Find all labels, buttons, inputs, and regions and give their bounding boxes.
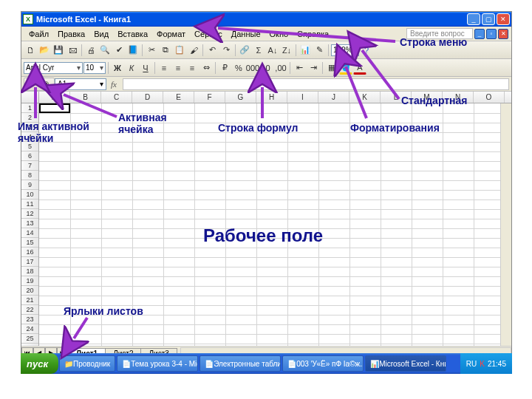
- taskbar-item[interactable]: 📁 Проводник: [59, 355, 115, 372]
- menu-data[interactable]: Данные: [227, 28, 265, 40]
- row-header[interactable]: 12: [21, 209, 38, 219]
- fx-icon[interactable]: fx: [108, 80, 121, 89]
- workbook-restore[interactable]: ▫: [486, 29, 497, 39]
- security-icon[interactable]: ◉: [39, 78, 52, 91]
- percent-icon[interactable]: %: [232, 61, 245, 75]
- help-icon[interactable]: ?: [360, 44, 373, 57]
- col-header[interactable]: O: [474, 92, 505, 103]
- row-header[interactable]: 20: [21, 286, 38, 296]
- col-header[interactable]: H: [256, 92, 287, 103]
- spelling-icon[interactable]: ✔: [112, 44, 126, 57]
- zoom-combo[interactable]: 100%▾: [331, 44, 359, 56]
- workbook-minimize[interactable]: _: [474, 29, 485, 39]
- row-header[interactable]: 17: [21, 257, 38, 267]
- undo-icon[interactable]: ↶: [205, 44, 219, 57]
- taskbar-item[interactable]: 📄 Электронные таблицы: [200, 355, 281, 372]
- col-header[interactable]: K: [349, 92, 381, 103]
- active-cell[interactable]: [39, 103, 70, 113]
- save-icon[interactable]: 💾: [52, 44, 65, 57]
- col-header[interactable]: J: [318, 92, 349, 103]
- autosum-icon[interactable]: Σ: [252, 44, 265, 57]
- menu-edit[interactable]: Правка: [53, 28, 89, 40]
- align-center-icon[interactable]: ≡: [171, 61, 185, 75]
- currency-icon[interactable]: ₽: [218, 61, 231, 75]
- col-header[interactable]: I: [287, 92, 318, 103]
- print-icon[interactable]: 🖨: [84, 44, 98, 57]
- copy-icon[interactable]: ⧉: [159, 44, 172, 57]
- redo-icon[interactable]: ↷: [219, 44, 233, 57]
- sort-desc-icon[interactable]: Z↓: [280, 44, 293, 57]
- permission-icon[interactable]: 🖂: [66, 44, 79, 57]
- row-header[interactable]: 10: [21, 190, 38, 200]
- row-header[interactable]: 15: [21, 238, 38, 248]
- row-header[interactable]: 6: [21, 151, 38, 161]
- row-header[interactable]: 9: [21, 180, 38, 190]
- system-tray[interactable]: RU K 21:45: [460, 353, 512, 374]
- col-header[interactable]: B: [70, 92, 101, 103]
- decrease-indent-icon[interactable]: ⇤: [293, 61, 306, 75]
- preview-icon[interactable]: 🔍: [98, 44, 112, 57]
- menu-tools[interactable]: Сервис: [190, 28, 227, 40]
- new-icon[interactable]: 🗋: [24, 44, 37, 57]
- menu-view[interactable]: Вид: [89, 28, 113, 40]
- vertical-scrollbar[interactable]: [500, 103, 511, 346]
- row-header[interactable]: 22: [21, 305, 38, 315]
- row-header[interactable]: 1: [21, 103, 38, 113]
- row-header[interactable]: 24: [21, 324, 38, 334]
- menu-file[interactable]: Файл: [24, 28, 53, 40]
- start-button[interactable]: пуск: [21, 353, 58, 374]
- close-button[interactable]: ✕: [497, 13, 510, 25]
- row-header[interactable]: 16: [21, 248, 38, 257]
- menu-insert[interactable]: Вставка: [113, 28, 152, 40]
- chart-icon[interactable]: 📊: [299, 44, 312, 57]
- col-header[interactable]: F: [194, 92, 225, 103]
- drawing-icon[interactable]: ✎: [313, 44, 326, 57]
- italic-icon[interactable]: К: [125, 61, 138, 75]
- menu-help[interactable]: Справка: [293, 28, 333, 40]
- row-header[interactable]: 21: [21, 296, 38, 305]
- col-header[interactable]: E: [163, 92, 194, 103]
- col-header[interactable]: C: [101, 92, 132, 103]
- cut-icon[interactable]: ✂: [145, 44, 158, 57]
- name-box[interactable]: A1▾: [55, 78, 106, 90]
- row-header[interactable]: 11: [21, 200, 38, 209]
- sort-asc-icon[interactable]: A↓: [266, 44, 279, 57]
- maximize-button[interactable]: ▢: [482, 13, 495, 25]
- minimize-button[interactable]: _: [467, 13, 480, 25]
- menu-window[interactable]: Окно: [265, 28, 293, 40]
- increase-indent-icon[interactable]: ⇥: [307, 61, 320, 75]
- increase-decimal-icon[interactable]: ,0: [260, 61, 273, 75]
- align-right-icon[interactable]: ≡: [185, 61, 199, 75]
- row-header[interactable]: 25: [21, 334, 38, 344]
- col-header[interactable]: D: [132, 92, 163, 103]
- bold-icon[interactable]: Ж: [111, 61, 124, 75]
- row-header[interactable]: 14: [21, 228, 38, 238]
- hyperlink-icon[interactable]: 🔗: [238, 44, 251, 57]
- decrease-decimal-icon[interactable]: ,00: [274, 61, 287, 75]
- lang-indicator[interactable]: RU: [466, 360, 477, 368]
- row-header[interactable]: 7: [21, 161, 38, 171]
- formula-input[interactable]: [123, 78, 509, 90]
- select-all-corner[interactable]: [21, 92, 39, 103]
- font-color-icon[interactable]: A: [353, 61, 366, 75]
- col-header[interactable]: G: [225, 92, 256, 103]
- underline-icon[interactable]: Ч: [139, 61, 152, 75]
- row-header[interactable]: 19: [21, 276, 38, 286]
- workbook-close[interactable]: ✕: [498, 29, 508, 39]
- fill-color-icon[interactable]: 🪣: [339, 61, 352, 75]
- taskbar-item[interactable]: 📄 003 'У«Ё» пФ Iа©ж...: [282, 355, 364, 372]
- taskbar-item-active[interactable]: 📊 Microsoft Excel - Кни...: [365, 355, 446, 372]
- format-painter-icon[interactable]: 🖌: [187, 44, 200, 57]
- col-header[interactable]: A: [39, 92, 70, 103]
- row-header[interactable]: 8: [21, 171, 38, 180]
- fontsize-combo[interactable]: 10▾: [83, 62, 106, 74]
- merge-center-icon[interactable]: ⇔: [200, 61, 213, 75]
- paste-icon[interactable]: 📋: [173, 44, 186, 57]
- borders-icon[interactable]: ▦: [325, 61, 338, 75]
- end-arrow-icon[interactable]: ▸: [26, 78, 39, 91]
- research-icon[interactable]: 📘: [126, 44, 140, 57]
- row-header[interactable]: 13: [21, 219, 38, 228]
- taskbar-item[interactable]: 📄 Тема урока 3-4 - Mic...: [117, 355, 198, 372]
- open-icon[interactable]: 📂: [38, 44, 51, 57]
- comma-icon[interactable]: 000: [246, 61, 259, 75]
